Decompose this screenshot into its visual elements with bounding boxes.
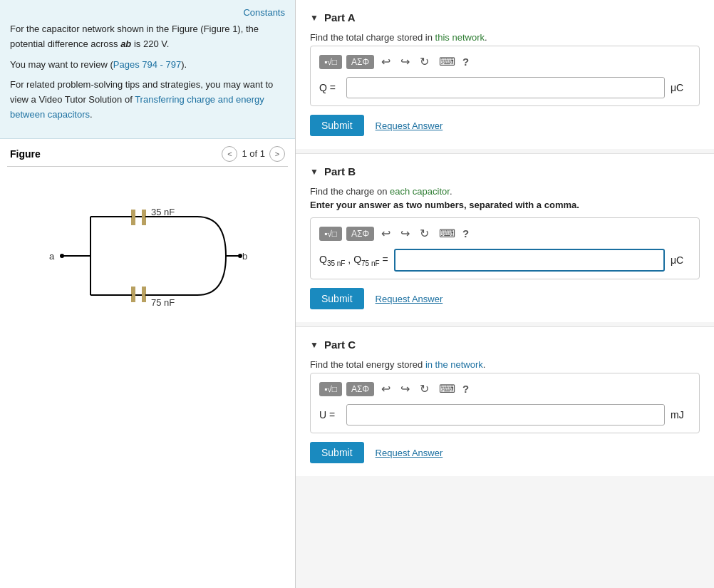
part-c-toolbar: ▪√□ ΑΣΦ ↩ ↪ ↻ ⌨ ? (319, 381, 690, 397)
part-a-section: ▼ Part A Find the total charge stored in… (296, 0, 714, 149)
figure-canvas: 35 nF 75 nF a b (7, 174, 288, 338)
part-c-redo-btn[interactable]: ↪ (398, 381, 413, 397)
part-b-symbol-icon: ΑΣΦ (351, 229, 369, 239)
review-link[interactable]: Pages 794 - 797 (113, 59, 181, 70)
part-b-answer-box: ▪√□ ΑΣΦ ↩ ↪ ↻ ⌨ ? Q35 nF , Q75 nF = μC (310, 217, 700, 279)
figure-prev-button[interactable]: < (222, 146, 237, 162)
part-a-keyboard-btn[interactable]: ⌨ (436, 53, 458, 70)
part-c-answer-box: ▪√□ ΑΣΦ ↩ ↪ ↻ ⌨ ? U = mJ (310, 373, 700, 433)
constants-box: Constants For the capacitor network show… (0, 0, 295, 139)
part-c-instruction: Find the total energy stored in the netw… (310, 359, 700, 370)
part-c-title: Part C (324, 339, 356, 351)
part-b-header: ▼ Part B (310, 165, 700, 177)
part-a-header: ▼ Part A (310, 11, 700, 24)
figure-next-button[interactable]: > (269, 146, 285, 162)
part-a-help-btn[interactable]: ? (462, 56, 469, 68)
part-a-symbol-btn[interactable]: ΑΣΦ (346, 55, 374, 69)
symbol-icon: ΑΣΦ (351, 57, 369, 67)
part-b-instruction: Find the charge on each capacitor. (310, 186, 700, 197)
part-b-help-btn[interactable]: ? (462, 227, 469, 239)
part-b-input-row: Q35 nF , Q75 nF = μC (319, 249, 690, 272)
problem-text-2: is 220 V. (131, 38, 169, 49)
part-b-input[interactable] (394, 249, 665, 272)
part-a-math-btn[interactable]: ▪√□ (319, 55, 342, 69)
right-panel: ▼ Part A Find the total charge stored in… (296, 0, 714, 588)
part-c-symbol-btn[interactable]: ΑΣΦ (346, 382, 374, 396)
video-link[interactable]: Transferring charge and energy between c… (10, 94, 264, 120)
part-a-refresh-btn[interactable]: ↻ (417, 53, 432, 70)
part-a-instruction: Find the total charge stored in this net… (310, 32, 700, 43)
part-b-toolbar: ▪√□ ΑΣΦ ↩ ↪ ↻ ⌨ ? (319, 225, 690, 242)
part-a-toggle[interactable]: ▼ (310, 13, 319, 23)
part-c-symbol-icon: ΑΣΦ (351, 384, 369, 394)
figure-header: Figure < 1 of 1 > (7, 139, 288, 167)
part-a-redo-btn[interactable]: ↪ (398, 53, 413, 70)
part-c-refresh-btn[interactable]: ↻ (417, 381, 432, 397)
svg-text:a: a (49, 251, 55, 262)
figure-section: Figure < 1 of 1 > (0, 139, 295, 588)
part-b-math-icon: ▪√□ (324, 229, 337, 239)
svg-point-14 (60, 254, 64, 258)
part-a-answer-box: ▪√□ ΑΣΦ ↩ ↪ ↻ ⌨ ? Q = μC (310, 46, 700, 106)
part-a-title: Part A (324, 11, 356, 24)
svg-text:b: b (242, 251, 247, 262)
figure-nav: < 1 of 1 > (222, 146, 285, 162)
part-b-refresh-btn[interactable]: ↻ (417, 225, 432, 242)
part-c-input-row: U = mJ (319, 404, 690, 425)
part-b-request-button[interactable]: Request Answer (376, 294, 443, 304)
problem-text: For the capacitor network shown in the F… (10, 22, 285, 123)
part-a-undo-btn[interactable]: ↩ (378, 53, 393, 70)
part-b-redo-btn[interactable]: ↪ (398, 225, 413, 242)
part-b-math-btn[interactable]: ▪√□ (319, 227, 342, 241)
part-c-keyboard-btn[interactable]: ⌨ (436, 381, 458, 397)
part-a-eq-label: Q = (319, 82, 341, 93)
part-c-math-icon: ▪√□ (324, 384, 337, 394)
part-b-section: ▼ Part B Find the charge on each capacit… (296, 153, 714, 322)
part-c-help-btn[interactable]: ? (462, 383, 469, 395)
svg-text:75 nF: 75 nF (151, 297, 175, 308)
part-b-symbol-btn[interactable]: ΑΣΦ (346, 227, 374, 241)
constants-label: Constants (10, 7, 285, 18)
part-b-eq-label: Q35 nF , Q75 nF = (319, 254, 388, 267)
part-b-toggle[interactable]: ▼ (310, 167, 319, 177)
part-c-unit: mJ (671, 409, 690, 421)
math-icon: ▪√□ (324, 57, 337, 67)
part-c-action-row: Submit Request Answer (310, 442, 700, 463)
part-a-input[interactable] (346, 77, 665, 98)
part-c-section: ▼ Part C Find the total energy stored in… (296, 326, 714, 476)
part-b-action-row: Submit Request Answer (310, 288, 700, 309)
part-b-undo-btn[interactable]: ↩ (378, 225, 393, 242)
left-panel: Constants For the capacitor network show… (0, 0, 296, 588)
part-a-input-row: Q = μC (319, 77, 690, 98)
part-a-toolbar: ▪√□ ΑΣΦ ↩ ↪ ↻ ⌨ ? (319, 53, 690, 70)
part-c-request-button[interactable]: Request Answer (376, 448, 443, 458)
part-c-math-btn[interactable]: ▪√□ (319, 382, 342, 396)
circuit-diagram: 35 nF 75 nF a b (41, 188, 254, 324)
part-b-submit-button[interactable]: Submit (310, 288, 364, 309)
part-a-action-row: Submit Request Answer (310, 115, 700, 136)
part-b-keyboard-btn[interactable]: ⌨ (436, 225, 458, 242)
part-a-unit: μC (671, 82, 690, 93)
video-text-post: . (90, 109, 93, 120)
ab-label: ab (120, 38, 131, 49)
figure-counter: 1 of 1 (242, 148, 265, 159)
part-c-undo-btn[interactable]: ↩ (378, 381, 393, 397)
part-c-toggle[interactable]: ▼ (310, 340, 319, 350)
part-c-header: ▼ Part C (310, 339, 700, 351)
part-b-unit: μC (671, 254, 690, 266)
part-b-instruction-bold: Enter your answer as two numbers, separa… (310, 200, 700, 210)
part-b-title: Part B (324, 165, 356, 177)
part-a-request-button[interactable]: Request Answer (376, 120, 443, 131)
figure-title: Figure (10, 148, 41, 160)
part-c-eq-label: U = (319, 409, 341, 421)
part-c-submit-button[interactable]: Submit (310, 442, 364, 463)
svg-text:35 nF: 35 nF (151, 207, 175, 217)
part-a-submit-button[interactable]: Submit (310, 115, 364, 136)
part-c-input[interactable] (346, 404, 665, 425)
